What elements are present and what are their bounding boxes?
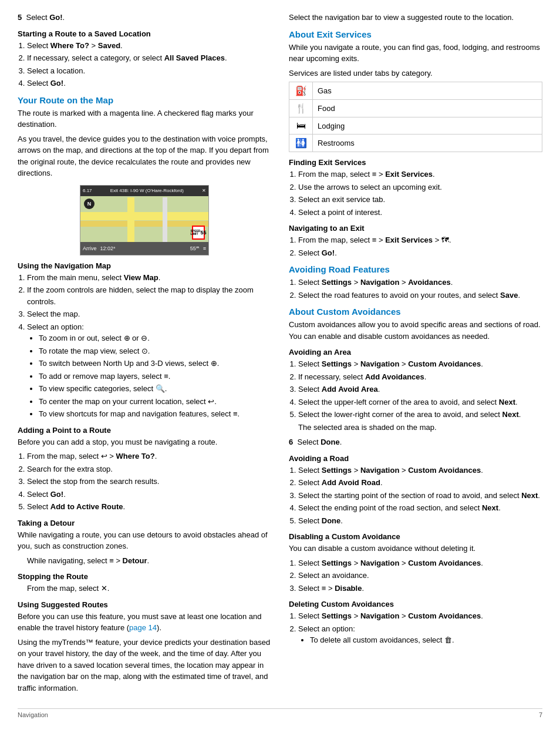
select-nav-bar-text: Select the navigation bar to view a sugg… xyxy=(289,12,542,23)
adding-point-heading: Adding a Point to a Route xyxy=(18,426,271,435)
navigating-exit-steps: From the map, select ≡ > Exit Services >… xyxy=(298,234,542,258)
taking-detour-heading: Taking a Detour xyxy=(18,519,271,527)
deleting-section: Deleting Custom Avoidances Select Settin… xyxy=(289,600,542,646)
exit-services-table: ⛽ Gas 🍴 Food 🛏 Lodging 🚻 Restrooms xyxy=(289,82,542,152)
list-item: To rotate the map view, select ⊙. xyxy=(39,345,271,357)
arrive-label: Arrive xyxy=(83,246,97,251)
stopping-route-section: Stopping the Route From the map, select … xyxy=(18,572,271,594)
using-suggested-p1: Before you can use this feature, you mus… xyxy=(18,611,271,634)
adding-point-section: Adding a Point to a Route Before you can… xyxy=(18,426,271,513)
road-horizontal xyxy=(80,212,208,220)
list-item: Select Add Avoid Area. xyxy=(298,384,542,395)
list-item: Select the lower-right corner of the are… xyxy=(298,409,542,433)
your-route-p2: As you travel, the device guides you to … xyxy=(18,133,271,179)
list-item: Select an exit service tab. xyxy=(298,194,542,206)
lodging-icon-cell: 🛏 xyxy=(289,117,313,135)
list-item: Select Settings > Navigation > Custom Av… xyxy=(298,358,542,370)
about-custom-section: About Custom Avoidances Custom avoidance… xyxy=(289,307,542,342)
finding-exit-heading: Finding Exit Services xyxy=(289,158,542,167)
arrive-time: 12:02ᵃ xyxy=(100,246,116,251)
footer-bar: Navigation 7 xyxy=(18,708,542,718)
using-suggested-heading: Using Suggested Routes xyxy=(18,600,271,609)
list-item: Select an avoidance. xyxy=(298,570,542,581)
restrooms-label: Restrooms xyxy=(313,135,542,152)
disabling-heading: Disabling a Custom Avoidance xyxy=(289,532,542,541)
finding-exit-steps: From the map, select ≡ > Exit Services. … xyxy=(298,169,542,218)
list-item: If necessary, select a category, or sele… xyxy=(27,52,271,64)
list-item: To switch between North Up and 3-D views… xyxy=(39,358,271,369)
list-item: Select Settings > Navigation > Custom Av… xyxy=(298,557,542,569)
step5-bold: Go! xyxy=(49,13,62,22)
current-speed: 55ᵐ xyxy=(190,246,200,251)
lodging-label: Lodging xyxy=(313,117,542,135)
list-item: Select Go!. xyxy=(298,247,542,259)
list-item: Select the map. xyxy=(27,308,271,320)
your-route-section: Your Route on the Map The route is marke… xyxy=(18,95,271,255)
list-item: Select the road features to avoid on you… xyxy=(298,290,542,301)
list-item: To add or remove map layers, select ≡. xyxy=(39,371,271,382)
starting-route-section: Starting a Route to a Saved Location Sel… xyxy=(18,29,271,89)
list-item: From the map, select ≡ > Exit Services >… xyxy=(298,234,542,246)
taking-detour-note: While navigating, select ≡ > Detour. xyxy=(27,555,271,567)
list-item: Select the upper-left corner of the area… xyxy=(298,396,542,408)
list-item: From the map, select ↩ > Where To?. xyxy=(27,450,271,462)
about-custom-heading: About Custom Avoidances xyxy=(289,307,542,317)
food-label: Food xyxy=(313,100,542,117)
list-item: From the map, select ≡ > Exit Services. xyxy=(298,169,542,180)
avoiding-road-sub-heading: Avoiding a Road xyxy=(289,454,542,463)
deleting-options: To delete all custom avoidances, select … xyxy=(310,634,542,646)
list-item: Select Done. xyxy=(298,515,542,527)
list-item: Select the stop from the search results. xyxy=(27,476,271,488)
starting-route-heading: Starting a Route to a Saved Location xyxy=(18,29,271,38)
avoiding-road-features-section: Avoiding Road Features Select Settings >… xyxy=(289,264,542,301)
navigating-exit-section: Navigating to an Exit From the map, sele… xyxy=(289,224,542,258)
step5-num: 5 xyxy=(18,13,22,22)
footer-right: 7 xyxy=(539,711,542,718)
adding-point-steps: From the map, select ↩ > Where To?. Sear… xyxy=(27,450,271,513)
food-icon-cell: 🍴 xyxy=(289,100,313,117)
table-row: ⛽ Gas xyxy=(289,82,542,100)
list-item: Search for the extra stop. xyxy=(27,463,271,475)
navigating-exit-heading: Navigating to an Exit xyxy=(289,224,542,233)
left-column: 5 Select Go!. Starting a Route to a Save… xyxy=(18,12,271,697)
speed-limit-sign: SPEEDLIMIT 55 xyxy=(192,226,205,240)
about-exit-note: Services are listed under tabs by catego… xyxy=(289,68,542,79)
list-item: Select Go!. xyxy=(27,489,271,500)
stopping-route-heading: Stopping the Route xyxy=(18,572,271,581)
avoiding-road-sub-section: Avoiding a Road Select Settings > Naviga… xyxy=(289,454,542,527)
list-item: Select the starting point of the section… xyxy=(298,490,542,502)
about-exit-intro: While you navigate a route, you can find… xyxy=(289,42,542,65)
table-row: 🛏 Lodging xyxy=(289,117,542,135)
using-nav-steps: From the main menu, select View Map. If … xyxy=(27,272,271,420)
table-row: 🚻 Restrooms xyxy=(289,135,542,152)
using-nav-heading: Using the Navigation Map xyxy=(18,261,271,270)
avoiding-area-heading: Avoiding an Area xyxy=(289,348,542,357)
using-suggested-p2: Using the myTrends™ feature, your device… xyxy=(18,637,271,694)
avoiding-road-sub-steps: Select Settings > Navigation > Custom Av… xyxy=(298,465,542,527)
menu-icon: ≡ xyxy=(203,246,206,251)
list-item: Select Where To? > Saved. xyxy=(27,40,271,52)
taking-detour-intro: While navigating a route, you can use de… xyxy=(18,529,271,552)
about-exit-heading: About Exit Services xyxy=(289,29,542,39)
list-item: Select Add to Active Route. xyxy=(27,501,271,513)
area-shaded-note: The selected area is shaded on the map. xyxy=(298,422,542,433)
map-top-bar: 6.17 Exit 43B: I-90 W (O'Hare-Rockford) … xyxy=(80,186,208,196)
list-item: Select ≡ > Disable. xyxy=(298,583,542,594)
using-suggested-section: Using Suggested Routes Before you can us… xyxy=(18,600,271,694)
deleting-steps: Select Settings > Navigation > Custom Av… xyxy=(298,610,542,646)
list-item: Select Settings > Navigation > Custom Av… xyxy=(298,610,542,622)
list-item: To center the map on your current locati… xyxy=(39,396,271,408)
road-horizontal2 xyxy=(80,221,208,227)
nav-map-image: 6.17 Exit 43B: I-90 W (O'Hare-Rockford) … xyxy=(80,185,209,255)
list-item: Select Add Avoid Road. xyxy=(298,477,542,489)
avoiding-area-section: Avoiding an Area Select Settings > Navig… xyxy=(289,348,542,448)
finding-exit-section: Finding Exit Services From the map, sele… xyxy=(289,158,542,218)
map-compass: N xyxy=(84,199,95,209)
list-item: Select a location. xyxy=(27,65,271,77)
list-item: Select Settings > Navigation > Avoidance… xyxy=(298,277,542,288)
step5: 5 Select Go!. xyxy=(18,12,271,23)
nav-options-list: To zoom in or out, select ⊕ or ⊖. To rot… xyxy=(39,332,271,420)
disabling-steps: Select Settings > Navigation > Custom Av… xyxy=(298,557,542,594)
about-custom-intro: Custom avoidances allow you to avoid spe… xyxy=(289,319,542,342)
avoiding-area-step6: 6 Select Done. xyxy=(289,436,542,448)
